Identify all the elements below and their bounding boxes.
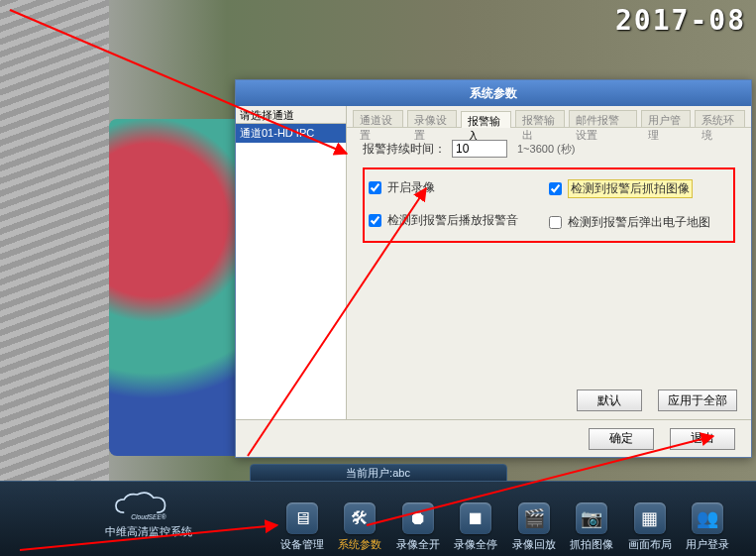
snap-on-alarm-label: 检测到报警后抓拍图像 bbox=[568, 179, 693, 198]
exit-button[interactable]: 退出 bbox=[670, 428, 735, 450]
tool-snapshot[interactable]: 📷抓拍图像 bbox=[567, 502, 616, 552]
tool-record-all-on[interactable]: ⏺录像全开 bbox=[393, 502, 443, 552]
dialog-title: 系统参数 bbox=[236, 80, 751, 106]
layout-icon: ▦ bbox=[634, 502, 666, 534]
channel-list[interactable]: 通道01-HD IPC bbox=[236, 124, 346, 419]
snap-on-alarm-checkbox[interactable] bbox=[549, 182, 562, 195]
popup-map-label: 检测到报警后弹出电子地图 bbox=[568, 214, 710, 231]
tool-label: 录像全停 bbox=[454, 537, 497, 552]
enable-record-label: 开启录像 bbox=[387, 179, 435, 196]
tool-label: 抓拍图像 bbox=[570, 537, 613, 552]
record-all-off-icon: ⏹ bbox=[460, 502, 491, 534]
tool-playback[interactable]: 🎬录像回放 bbox=[509, 502, 559, 552]
tool-system-params[interactable]: 🛠系统参数 bbox=[335, 502, 384, 552]
system-params-icon: 🛠 bbox=[344, 502, 376, 534]
video-timestamp: 2017-08 bbox=[615, 4, 746, 37]
tab-email-alarm[interactable]: 邮件报警设置 bbox=[569, 110, 637, 127]
tool-layout[interactable]: ▦画面布局 bbox=[625, 502, 675, 552]
record-all-on-icon: ⏺ bbox=[402, 502, 434, 534]
play-sound-checkbox[interactable] bbox=[369, 214, 381, 227]
apply-all-button[interactable]: 应用于全部 bbox=[658, 389, 737, 411]
dialog-footer: 确定 退出 bbox=[236, 419, 751, 457]
tool-label: 录像回放 bbox=[512, 537, 556, 552]
ok-button[interactable]: 确定 bbox=[589, 428, 654, 450]
tool-label: 系统参数 bbox=[338, 537, 381, 552]
device-manage-icon: 🖥 bbox=[286, 502, 318, 534]
playback-icon: 🎬 bbox=[518, 502, 550, 534]
tab-record-settings[interactable]: 录像设置 bbox=[407, 110, 458, 127]
tab-user-manage[interactable]: 用户管理 bbox=[641, 110, 692, 127]
tab-alarm-input[interactable]: 报警输入 bbox=[461, 111, 511, 128]
default-button[interactable]: 默认 bbox=[577, 389, 642, 411]
play-sound-label: 检测到报警后播放报警音 bbox=[387, 212, 518, 229]
tab-alarm-output[interactable]: 报警输出 bbox=[515, 110, 566, 127]
settings-tabs: 通道设置 录像设置 报警输入 报警输出 邮件报警设置 用户管理 系统环境 bbox=[347, 106, 751, 128]
snapshot-icon: 📷 bbox=[576, 502, 607, 534]
enable-record-checkbox[interactable] bbox=[369, 181, 381, 194]
alarm-duration-label: 报警持续时间： bbox=[363, 141, 446, 158]
tool-label: 设备管理 bbox=[280, 537, 324, 552]
current-user-strip: 当前用户:abc bbox=[250, 464, 507, 482]
channel-panel-header: 请选择通道 bbox=[236, 106, 346, 124]
tab-channel-settings[interactable]: 通道设置 bbox=[353, 110, 403, 127]
user-login-icon: 👥 bbox=[692, 502, 723, 534]
cloudsee-logo-icon: CloudSEE® bbox=[99, 490, 198, 522]
tool-label: 画面布局 bbox=[628, 537, 672, 552]
tool-device-manage[interactable]: 🖥设备管理 bbox=[277, 502, 327, 552]
alarm-duration-input[interactable] bbox=[452, 140, 507, 158]
svg-text:CloudSEE®: CloudSEE® bbox=[131, 513, 165, 520]
tool-record-all-off[interactable]: ⏹录像全停 bbox=[451, 502, 500, 552]
brand-logo: CloudSEE® 中维高清监控系统 bbox=[59, 490, 238, 539]
channel-item-01[interactable]: 通道01-HD IPC bbox=[236, 124, 346, 143]
system-params-dialog: 系统参数 请选择通道 通道01-HD IPC 通道设置 录像设置 报警输入 报警… bbox=[235, 79, 752, 458]
tool-label: 用户登录 bbox=[686, 537, 729, 552]
brand-text: 中维高清监控系统 bbox=[105, 524, 192, 539]
popup-map-checkbox[interactable] bbox=[549, 216, 562, 229]
highlighted-options-box: 开启录像 检测到报警后播放报警音 检测到报警后抓拍图像 bbox=[363, 167, 735, 243]
tab-system-env[interactable]: 系统环境 bbox=[695, 110, 745, 127]
tool-label: 录像全开 bbox=[396, 537, 440, 552]
form-area: 报警持续时间： 1~3600 (秒) 开启录像 检测 bbox=[347, 128, 751, 419]
alarm-duration-hint: 1~3600 (秒) bbox=[517, 142, 575, 157]
tool-user-login[interactable]: 👥用户登录 bbox=[683, 502, 732, 552]
channel-panel: 请选择通道 通道01-HD IPC bbox=[236, 106, 347, 419]
bottom-toolbar: 当前用户:abc CloudSEE® 中维高清监控系统 🖥设备管理🛠系统参数⏺录… bbox=[0, 481, 756, 556]
